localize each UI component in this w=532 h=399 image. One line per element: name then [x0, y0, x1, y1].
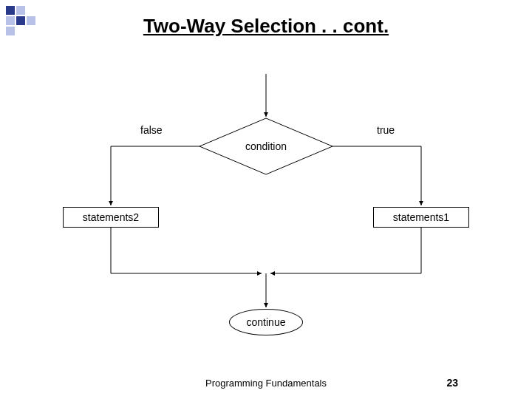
node-condition: condition [233, 140, 299, 152]
flowchart-canvas [0, 0, 532, 399]
label-false: false [140, 124, 163, 136]
page-number: 23 [446, 377, 458, 389]
label-true: true [377, 124, 395, 136]
node-statements1: statements1 [373, 207, 469, 228]
node-continue: continue [229, 309, 303, 335]
node-statements2: statements2 [63, 207, 159, 228]
